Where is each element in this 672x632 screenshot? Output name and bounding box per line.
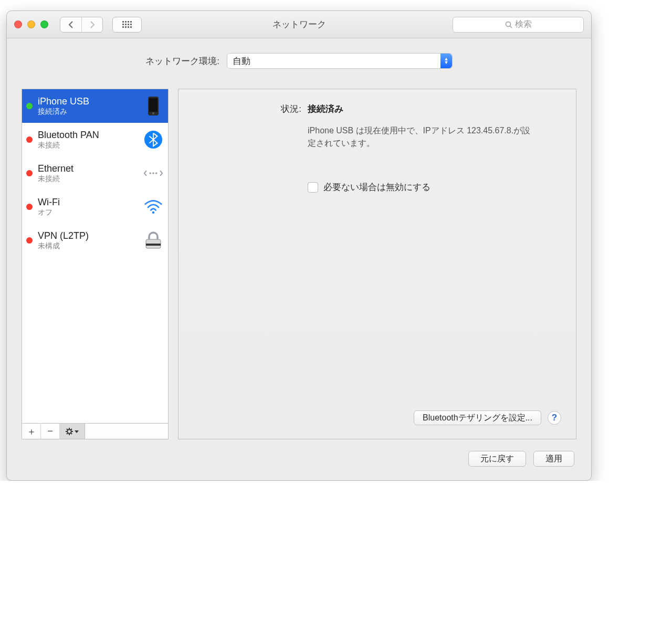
service-item-iphone-usb[interactable]: iPhone USB 接続済み — [22, 89, 168, 123]
nav-back-forward — [60, 17, 103, 33]
content-panes: iPhone USB 接続済み Bluetooth PAN 未接続 — [22, 89, 576, 439]
dialog-footer: 元に戻す 適用 — [22, 439, 576, 467]
svg-point-24 — [67, 429, 71, 434]
service-status-label: 未接続 — [38, 174, 139, 183]
titlebar: ネットワーク 検索 — [7, 11, 591, 38]
service-name-label: Ethernet — [38, 163, 139, 175]
svg-rect-8 — [122, 26, 124, 28]
svg-line-29 — [67, 429, 68, 430]
svg-line-31 — [67, 433, 68, 434]
window-controls — [7, 20, 48, 28]
forward-button[interactable] — [81, 17, 102, 32]
svg-point-21 — [152, 212, 155, 214]
button-label: Bluetoothテザリングを設定... — [423, 413, 532, 424]
svg-line-32 — [71, 429, 72, 430]
svg-rect-1 — [125, 21, 127, 23]
service-name-label: VPN (L2TP) — [38, 230, 139, 242]
search-icon — [505, 21, 512, 28]
checkbox-label: 必要ない場合は無効にする — [323, 181, 430, 193]
svg-rect-11 — [130, 26, 132, 28]
status-dot-icon — [26, 136, 33, 143]
service-item-vpn[interactable]: VPN (L2TP) 未構成 — [22, 224, 168, 257]
location-label: ネットワーク環境: — [145, 55, 219, 67]
svg-point-16 — [152, 112, 154, 114]
svg-rect-5 — [125, 24, 127, 25]
actions-menu-button[interactable] — [60, 424, 85, 439]
search-placeholder: 検索 — [515, 19, 532, 30]
status-value: 接続済み — [308, 103, 343, 115]
revert-button[interactable]: 元に戻す — [468, 451, 526, 467]
service-name-label: Bluetooth PAN — [38, 130, 139, 141]
button-label: 元に戻す — [480, 454, 514, 465]
status-description: iPhone USB は現在使用中で、IPアドレス 123.45.67.8.が設… — [308, 124, 533, 150]
svg-rect-0 — [122, 21, 124, 23]
wifi-icon — [144, 197, 163, 216]
location-value: 自動 — [233, 55, 250, 67]
services-column: iPhone USB 接続済み Bluetooth PAN 未接続 — [22, 89, 169, 439]
status-dot-icon — [26, 103, 33, 109]
show-all-button[interactable] — [112, 17, 142, 33]
add-service-button[interactable]: ＋ — [22, 424, 41, 439]
detail-pane: 状況: 接続済み iPhone USB は現在使用中で、IPアドレス 123.4… — [178, 89, 576, 439]
select-stepper-icon: ▲▼ — [440, 54, 452, 68]
status-label: 状況: — [277, 103, 301, 115]
status-dot-icon — [26, 170, 33, 176]
svg-rect-2 — [128, 21, 129, 23]
configure-bluetooth-tether-button[interactable]: Bluetoothテザリングを設定... — [414, 410, 541, 425]
disable-when-unneeded-checkbox[interactable] — [308, 182, 318, 193]
list-toolbar: ＋ − — [22, 424, 169, 439]
service-status-label: オフ — [38, 208, 139, 217]
back-button[interactable] — [60, 17, 81, 32]
svg-rect-9 — [125, 26, 127, 28]
ethernet-icon — [144, 164, 163, 183]
svg-rect-3 — [130, 21, 132, 23]
bluetooth-icon — [144, 130, 163, 149]
svg-point-12 — [506, 22, 510, 26]
svg-point-19 — [152, 172, 154, 174]
svg-line-13 — [510, 26, 512, 28]
search-field[interactable]: 検索 — [453, 17, 584, 33]
service-status-label: 接続済み — [38, 107, 139, 116]
remove-service-button[interactable]: − — [41, 424, 60, 439]
svg-line-30 — [71, 433, 72, 434]
location-select[interactable]: 自動 ▲▼ — [227, 53, 453, 69]
service-item-bluetooth-pan[interactable]: Bluetooth PAN 未接続 — [22, 123, 168, 156]
apply-button[interactable]: 適用 — [533, 451, 574, 467]
svg-rect-23 — [146, 244, 161, 246]
service-item-ethernet[interactable]: Ethernet 未接続 — [22, 156, 168, 190]
lock-icon — [144, 231, 163, 250]
service-status-label: 未接続 — [38, 141, 139, 150]
zoom-window-button[interactable] — [40, 20, 48, 28]
help-button[interactable]: ? — [548, 411, 561, 425]
service-name-label: Wi-Fi — [38, 197, 139, 208]
minimize-window-button[interactable] — [27, 20, 35, 28]
service-status-label: 未構成 — [38, 241, 139, 250]
svg-rect-4 — [122, 24, 124, 25]
status-dot-icon — [26, 204, 33, 210]
svg-point-20 — [155, 172, 158, 174]
preferences-window: ネットワーク 検索 ネットワーク環境: 自動 ▲▼ — [6, 10, 592, 481]
iphone-icon — [144, 97, 163, 115]
button-label: 適用 — [545, 454, 562, 465]
service-name-label: iPhone USB — [38, 96, 139, 108]
status-dot-icon — [26, 237, 33, 244]
svg-rect-7 — [130, 24, 132, 25]
svg-point-18 — [149, 172, 151, 174]
services-list[interactable]: iPhone USB 接続済み Bluetooth PAN 未接続 — [22, 89, 169, 424]
service-item-wifi[interactable]: Wi-Fi オフ — [22, 190, 168, 224]
window-body: ネットワーク環境: 自動 ▲▼ iPhone USB 接続済み — [7, 38, 591, 480]
svg-rect-10 — [128, 26, 129, 28]
svg-rect-6 — [128, 24, 129, 25]
svg-rect-15 — [149, 98, 158, 112]
close-window-button[interactable] — [14, 20, 22, 28]
location-row: ネットワーク環境: 自動 ▲▼ — [22, 53, 576, 69]
